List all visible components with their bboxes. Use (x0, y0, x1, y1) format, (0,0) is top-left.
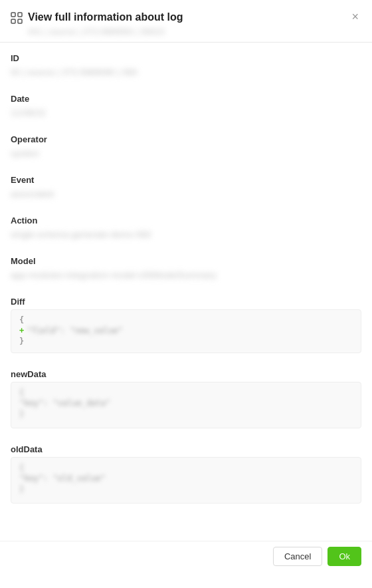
olddata-block: { "key": "old_value" } (11, 457, 361, 504)
date-section: Date 11/08/22 (11, 94, 361, 118)
modal-header-left: View full information about log ##1 | so… (11, 11, 349, 37)
event-section: Event associated (11, 175, 361, 200)
diff-line-2: + "field": "new_value" (19, 326, 353, 335)
close-button[interactable]: × (349, 11, 361, 23)
newdata-line-1: { (19, 388, 353, 397)
newdata-line-3: } (19, 409, 353, 418)
diff-label: Diff (11, 297, 361, 307)
newdata-line-2: "key": "value_data" (19, 398, 353, 408)
modal-title-block: View full information about log ##1 | so… (28, 11, 183, 37)
diff-brace-close: } (19, 337, 24, 346)
svg-rect-2 (11, 19, 15, 23)
action-section: Action single-schema-generate-demo-560 (11, 216, 361, 240)
newdata-content: "key": "value_data" (19, 398, 110, 408)
event-value: associated (11, 189, 54, 199)
event-label: Event (11, 175, 361, 185)
newdata-brace-close: } (19, 409, 24, 418)
diff-added-content: "field": "new_value" (27, 326, 123, 335)
newdata-section: newData { "key": "value_data" } (11, 369, 361, 428)
diff-line-3: } (19, 337, 353, 346)
ok-button[interactable]: Ok (327, 547, 361, 566)
newdata-block: { "key": "value_data" } (11, 382, 361, 428)
modal-subtitle: ##1 | source | 373.5889093 | 56023 (28, 27, 183, 37)
id-label: ID (11, 53, 361, 63)
modal-container: View full information about log ##1 | so… (0, 0, 372, 588)
diff-section: Diff { + "field": "new_value" } (11, 297, 361, 353)
svg-rect-0 (11, 13, 15, 17)
operator-value: system (11, 148, 39, 158)
date-value: 11/08/22 (11, 108, 46, 118)
id-value: ID | source | 373.5889090 | 560 (11, 67, 138, 77)
modal-header: View full information about log ##1 | so… (0, 0, 372, 43)
operator-label: Operator (11, 134, 361, 144)
olddata-line-3: } (19, 484, 353, 494)
newdata-label: newData (11, 369, 361, 379)
id-section: ID ID | source | 373.5889090 | 560 (11, 53, 361, 78)
modal-body: ID ID | source | 373.5889090 | 560 Date … (0, 43, 372, 535)
newdata-brace-open: { (19, 388, 24, 397)
olddata-line-1: { (19, 463, 353, 472)
svg-rect-3 (18, 19, 22, 23)
action-label: Action (11, 216, 361, 225)
diff-plus: + (19, 326, 24, 335)
olddata-label: oldData (11, 444, 361, 454)
diff-line-1: { (19, 315, 353, 325)
olddata-line-2: "key": "old_value" (19, 474, 353, 483)
grid-icon (11, 12, 23, 24)
action-value: single-schema-generate-demo-560 (11, 229, 151, 239)
olddata-section: oldData { "key": "old_value" } (11, 444, 361, 504)
model-value: app-modules-integration-model-s56ModelSu… (11, 270, 217, 280)
date-label: Date (11, 94, 361, 104)
footer-actions: Cancel Ok (0, 541, 372, 577)
diff-block: { + "field": "new_value" } (11, 309, 361, 353)
model-section: Model app-modules-integration-model-s56M… (11, 256, 361, 281)
operator-section: Operator system (11, 134, 361, 159)
svg-rect-1 (18, 13, 22, 17)
cancel-button[interactable]: Cancel (273, 547, 322, 566)
model-label: Model (11, 256, 361, 266)
modal-title: View full information about log (28, 11, 183, 25)
olddata-brace-open: { (19, 463, 24, 472)
diff-brace-open: { (19, 315, 24, 325)
olddata-brace-close: } (19, 484, 24, 494)
olddata-content: "key": "old_value" (19, 474, 106, 483)
